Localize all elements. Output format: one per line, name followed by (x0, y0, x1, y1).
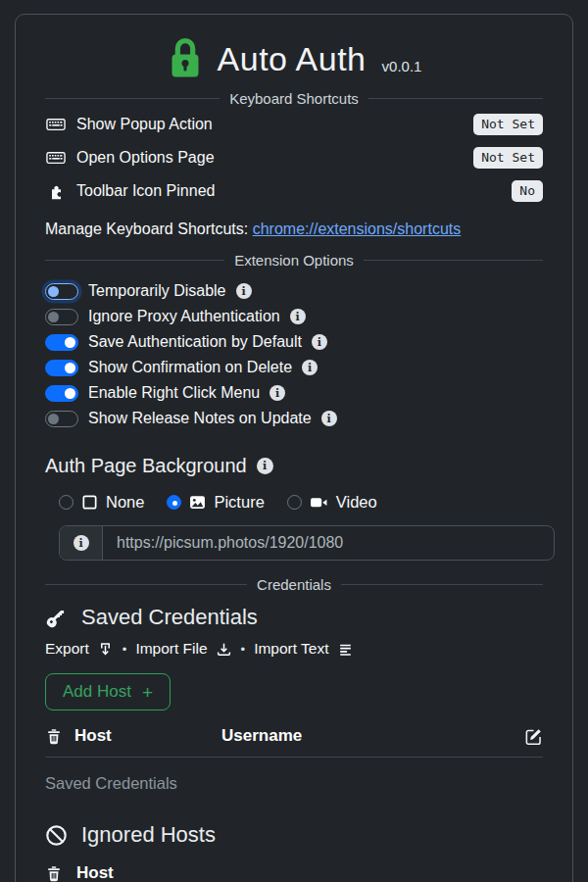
trash-icon[interactable] (45, 727, 74, 746)
toggle-switch[interactable] (45, 385, 78, 402)
manage-shortcuts-link[interactable]: chrome://extensions/shortcuts (253, 220, 462, 237)
shortcut-badge: Not Set (473, 147, 543, 169)
saved-credentials-empty-text: Saved Credentials (45, 774, 543, 793)
export-button[interactable]: Export (45, 640, 114, 658)
toggle-switch[interactable] (45, 334, 78, 351)
host-column-header: Host (74, 726, 221, 746)
saved-credentials-table-header: Host Username (45, 726, 543, 758)
edit-icon[interactable] (524, 727, 543, 746)
keyboard-icon (45, 148, 67, 168)
radio-circle[interactable] (167, 495, 181, 510)
ignored-hosts-heading: Ignored Hosts (45, 822, 543, 848)
video-camera-icon (310, 494, 328, 511)
radio-label: Video (336, 493, 377, 512)
shortcut-row-popup: Show Popup Action Not Set (45, 109, 543, 140)
add-host-button[interactable]: Add Host + (45, 673, 171, 710)
extension-options-legend: Extension Options (234, 252, 354, 269)
toggle-row-release-notes: Show Release Notes on Update i (45, 406, 543, 431)
toggle-label: Enable Right Click Menu (88, 384, 260, 402)
toggle-label: Show Release Notes on Update (88, 410, 312, 427)
toggle-row-right-click: Enable Right Click Menu i (45, 380, 543, 406)
info-icon[interactable]: i (321, 411, 337, 426)
separator-dot: • (122, 642, 127, 657)
info-icon[interactable]: i (257, 458, 273, 474)
import-file-label: Import File (135, 640, 207, 658)
toggle-label: Ignore Proxy Authentication (88, 308, 280, 325)
key-icon (45, 607, 68, 629)
shortcut-label: Show Popup Action (76, 116, 213, 133)
radio-label: Picture (214, 493, 264, 512)
radio-circle[interactable] (287, 495, 302, 510)
toggle-switch[interactable] (45, 283, 78, 300)
info-icon[interactable]: i (290, 309, 306, 324)
credentials-divider: Credentials (45, 576, 543, 593)
auth-background-heading: Auth Page Background i (45, 455, 543, 477)
radio-video[interactable]: Video (287, 493, 377, 512)
shortcut-row-pinned: Toolbar Icon Pinned No (45, 175, 543, 207)
plus-icon: + (142, 683, 153, 702)
toggle-row-temporarily-disable: Temporarily Disable i (45, 278, 543, 304)
url-info-addon: i (60, 526, 103, 560)
credentials-tools: Export • Import File • Import (45, 640, 543, 658)
keyboard-shortcuts-divider: Keyboard Shortcuts (45, 90, 543, 107)
radio-none[interactable]: None (59, 493, 144, 512)
puzzle-icon (45, 182, 67, 201)
options-card: Auto Auth v0.0.1 Keyboard Shortcuts Show… (15, 14, 573, 882)
ignored-hosts-table-header: Host (45, 863, 543, 882)
username-column-header: Username (221, 726, 517, 746)
import-text-label: Import Text (254, 640, 328, 658)
info-icon[interactable]: i (312, 334, 327, 350)
export-icon (97, 641, 114, 658)
text-lines-icon (337, 641, 354, 658)
toggle-label: Temporarily Disable (88, 282, 226, 300)
host-column-header: Host (76, 863, 114, 882)
download-icon (216, 641, 232, 658)
add-host-label: Add Host (63, 682, 131, 702)
info-icon[interactable]: i (74, 535, 89, 551)
picture-icon (189, 494, 206, 511)
radio-circle[interactable] (59, 495, 74, 510)
extension-options-list: Temporarily Disable i Ignore Proxy Authe… (45, 278, 543, 431)
background-url-group: i (59, 525, 555, 561)
saved-credentials-heading: Saved Credentials (45, 605, 543, 630)
toggle-row-save-auth: Save Authentication by Default i (45, 329, 543, 355)
auth-background-title: Auth Page Background (45, 455, 247, 477)
shortcut-badge: Not Set (473, 114, 543, 135)
info-icon[interactable]: i (302, 360, 318, 375)
toggle-label: Show Confirmation on Delete (88, 359, 292, 376)
shortcut-row-options: Open Options Page Not Set (45, 142, 543, 173)
toggle-switch[interactable] (45, 360, 78, 376)
lock-icon (167, 36, 204, 81)
ignored-hosts-title: Ignored Hosts (81, 822, 216, 848)
background-type-radios: None Picture Video (59, 493, 543, 512)
toggle-row-confirm-delete: Show Confirmation on Delete i (45, 355, 543, 380)
toggle-row-ignore-proxy: Ignore Proxy Authentication i (45, 304, 543, 329)
shortcut-label: Toolbar Icon Pinned (76, 182, 215, 200)
saved-credentials-title: Saved Credentials (81, 605, 258, 630)
keyboard-shortcuts-legend: Keyboard Shortcuts (229, 90, 359, 107)
separator-dot: • (241, 642, 246, 657)
radio-picture[interactable]: Picture (167, 493, 264, 512)
shortcut-badge: No (512, 180, 543, 202)
ban-icon (45, 824, 68, 847)
import-text-button[interactable]: Import Text (254, 640, 353, 658)
app-version: v0.0.1 (382, 58, 422, 74)
export-label: Export (45, 640, 89, 658)
app-title: Auto Auth (218, 40, 367, 78)
credentials-legend: Credentials (257, 576, 331, 593)
info-icon[interactable]: i (270, 385, 285, 401)
background-url-input[interactable] (103, 526, 554, 560)
shortcut-label: Open Options Page (76, 149, 215, 167)
toggle-switch[interactable] (45, 309, 78, 325)
keyboard-icon (45, 115, 67, 134)
app-header: Auto Auth v0.0.1 (45, 36, 543, 81)
import-file-button[interactable]: Import File (135, 640, 231, 658)
toggle-switch[interactable] (45, 411, 78, 427)
radio-label: None (106, 493, 144, 512)
trash-icon[interactable] (45, 864, 63, 882)
extension-options-divider: Extension Options (45, 252, 543, 269)
info-icon[interactable]: i (236, 283, 252, 299)
manage-shortcuts: Manage Keyboard Shortcuts: chrome://exte… (45, 220, 543, 238)
square-outline-icon (81, 494, 98, 511)
toggle-label: Save Authentication by Default (88, 333, 302, 351)
